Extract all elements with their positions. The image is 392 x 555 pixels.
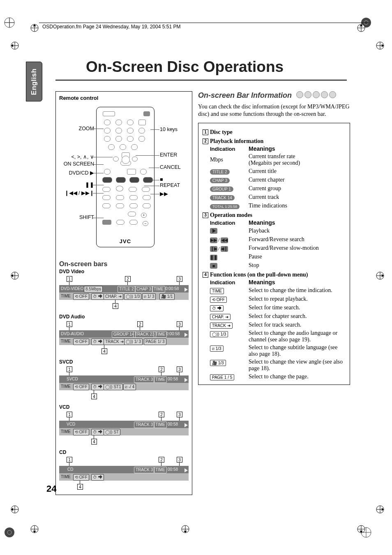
ind-page: PAGE 1 / 5 [210, 374, 234, 380]
ind-chap: CHAP 3 [210, 178, 230, 183]
tsearch: ⏱ ➜ [91, 293, 104, 300]
bar-svcd: SVCD 1 2 3 SVCD TRACK 3 TIME 00:58 TIME … [59, 359, 189, 400]
ind-group: GROUP 1 [210, 187, 233, 192]
play-icon [184, 332, 188, 338]
stop-icon: ■ [210, 263, 217, 269]
right-panel: On-screen Bar Information You can check … [198, 91, 350, 385]
bar-bottom: TIME ⟲ OFF ⏱ ➜ ◯)) ST [59, 428, 189, 435]
mean-track: Current track [249, 194, 346, 200]
brand-logo: JVC [120, 238, 131, 244]
mean-pause: Pause [249, 253, 346, 260]
remote-title: Remote control [59, 95, 189, 101]
time-label: TIME [152, 286, 165, 292]
bar-top: VCD TRACK 3 TIME 00:58 [59, 421, 189, 428]
mean-audio: Select to change the audio language or c… [249, 330, 346, 343]
ind-time: TIME [210, 288, 224, 294]
mean-stop: Stop [249, 262, 346, 269]
cap-stop: ■ [160, 177, 163, 182]
crop-arrow-icon [357, 23, 366, 32]
cap-ff: ▶▶ [160, 191, 168, 197]
title-underline [55, 80, 347, 81]
crop-arrow-icon [10, 271, 19, 280]
pause-icon: ❚❚ [210, 255, 217, 260]
right-para: You can check the disc information (exce… [198, 103, 350, 118]
right-heading: On-screen Bar Information [198, 91, 292, 100]
slowf-icon: ❙▶ [210, 246, 217, 252]
time-val: 0:00:58 [165, 286, 179, 292]
osb-title: On-screen bars [59, 260, 189, 268]
crop-arrow-icon [376, 505, 385, 514]
rwd-icon: ◀◀ [221, 237, 228, 243]
bar-top: CD TRACK 3 TIME 00:58 [59, 466, 189, 473]
mean-page: Select to change the page. [249, 373, 346, 380]
ind-tsearch: ⏱ ➜ [210, 305, 224, 311]
audio: ◯)) 1/3 [124, 293, 141, 300]
slowr-icon: ◀❙ [221, 246, 228, 252]
repeat: ⟲ OFF [73, 293, 89, 300]
ind-audio: ◯)) 1/3 [210, 331, 228, 337]
svg-point-5 [5, 527, 14, 537]
angle: 🎥 1/1 [159, 293, 175, 300]
bar-cd: CD 1 2 3 CD TRACK 3 TIME 00:58 TIME ⟲ OF… [59, 449, 189, 491]
mean-mbps: Current transfer rate(Megabits per secon… [249, 153, 346, 166]
cap-prevnext: ❙◀◀ / ▶▶❙ [65, 190, 94, 196]
page-title: On-Screen Disc Operations [0, 58, 369, 76]
mean-angle: Select to change the view angle (see als… [249, 359, 346, 372]
play-icon [184, 287, 188, 292]
chap-ind: CHAP 3 [135, 286, 153, 292]
sub: ⎚ 1/ 3 [142, 293, 156, 300]
cap-10keys: 10 keys [160, 127, 178, 132]
ind-mbps: Mbps [210, 157, 246, 163]
col-meanings: Meanings [249, 145, 346, 152]
cap-onscreen: ON SCREEN [64, 161, 94, 167]
ffwd-icon: ▶▶ [210, 237, 217, 243]
bar-top: DVD-AUDIO GROUP 14 TRACK 23 TIME 0:00:58 [59, 330, 189, 338]
header-rule [39, 23, 369, 23]
crop-arrow-icon [10, 505, 19, 514]
heading-dots-icon [295, 91, 336, 100]
mean-tsearch: Select for time search. [249, 304, 346, 311]
play-icon [184, 467, 188, 473]
crop-arrow-icon [30, 525, 39, 534]
cap-repeat: REPEAT [160, 182, 180, 188]
left-panel: Remote control [55, 91, 192, 495]
num-4: 4 [113, 303, 118, 309]
remote-body: + − JVC [96, 107, 154, 247]
ind-repeat: ⟲ OFF [210, 297, 227, 303]
mean-csearch: Select for chapter search. [249, 313, 346, 320]
bar-vcd: VCD 1 2 3 VCD TRACK 3 TIME 00:58 TIME ⟲ … [59, 404, 189, 445]
sec-1: 1Disc type [203, 129, 346, 136]
bar-title: DVD Video [59, 269, 189, 274]
ind-trksearch: TRACK ➜ [210, 322, 233, 329]
cap-dvdcd: DVD/CD ▶ [69, 170, 94, 176]
play-icon [184, 377, 188, 383]
remote-diagram: + − JVC ZOOM <, >, ∧, ∨ ON SCREEN DVD/CD… [59, 104, 189, 256]
ind-total: TOTAL 1:25:58 [210, 204, 240, 209]
sec-3: 3Operation modes [203, 212, 346, 219]
bar-top: DVD-VIDEO 8.5Mbps TITLE 2 CHAP 3 TIME 0:… [59, 285, 189, 292]
title-ind: TITLE 2 [118, 286, 136, 292]
sec-2: 2Playback information [203, 138, 346, 145]
mean-slow: Forward/Reverse slow-motion [249, 245, 346, 251]
info-table: 1Disc type 2Playback information Indicat… [198, 123, 350, 385]
mean-time: Select to change the time indication. [249, 287, 346, 294]
crop-arrow-icon [376, 271, 385, 280]
document-page: { "header": "OSDOperation.fm Page 24 Wed… [0, 0, 392, 555]
header-text: OSDOperation.fm Page 24 Wednesday, May 1… [42, 24, 180, 30]
cap-arrows: <, >, ∧, ∨ [71, 154, 94, 160]
ind-angle: 🎥 1/3 [210, 360, 226, 366]
mean-group: Current group [249, 185, 346, 192]
bar-top: SVCD TRACK 3 TIME 00:58 [59, 375, 189, 383]
crop-arrow-icon [30, 23, 39, 32]
bar-title: SVCD [59, 359, 189, 365]
crop-arrow-icon [181, 525, 190, 534]
crop-arrow-icon [357, 525, 366, 534]
bar-title: DVD Audio [59, 314, 189, 320]
mean-search: Forward/Reverse search [249, 236, 346, 243]
cap-enter: ENTER [160, 152, 177, 158]
num-3: 3 [177, 276, 182, 282]
ind-csearch: CHAP. ➜ [210, 314, 231, 320]
mean-title: Current title [249, 168, 346, 175]
play-icon [210, 228, 217, 234]
bar-bottom: TIME ⟲ OFF ⏱ ➜ [59, 473, 189, 481]
